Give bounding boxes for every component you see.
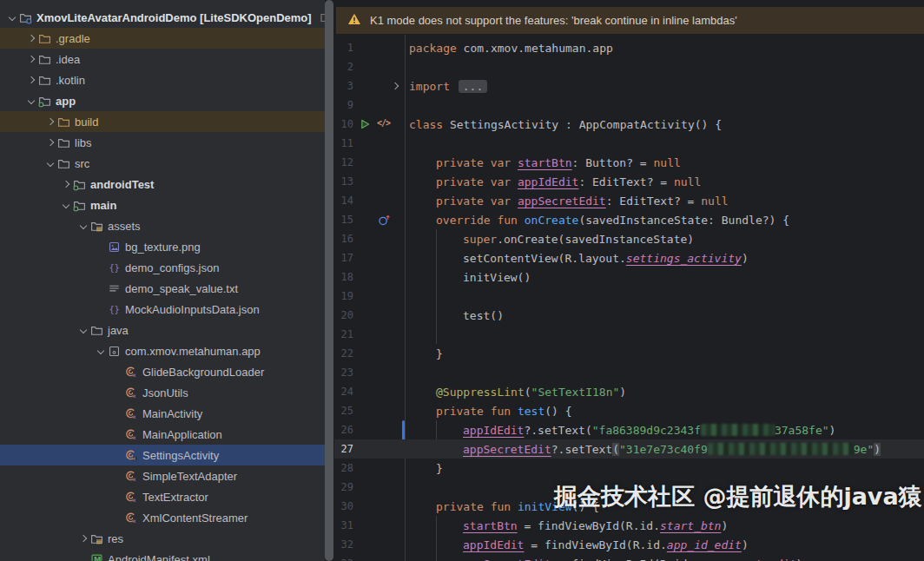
chevron-down-icon[interactable] (76, 323, 90, 337)
line-number[interactable]: 20 (334, 309, 353, 321)
line-number[interactable]: 12 (334, 156, 353, 168)
tree-item-mainapplication[interactable]: MainApplication (0, 424, 325, 445)
line-number[interactable]: 10 (334, 118, 353, 130)
tree-item--gradle[interactable]: .gradle (0, 28, 325, 49)
chevron-down-icon[interactable] (59, 198, 73, 212)
chevron-down-icon[interactable] (43, 156, 57, 170)
gutter[interactable] (353, 210, 405, 229)
tree-item-mockaudioinputsdata-json[interactable]: {}MockAudioInputsData.json (0, 299, 325, 320)
code-line-22[interactable]: 22} (334, 344, 924, 363)
code-line-15[interactable]: 15override fun onCreate(savedInstanceSta… (334, 210, 924, 229)
gutter[interactable] (353, 153, 405, 172)
chevron-down-icon[interactable] (24, 94, 38, 108)
line-number[interactable]: 2 (334, 61, 353, 73)
tree-item-bg-texture-png[interactable]: bg_texture.png (0, 236, 325, 257)
code-line-25[interactable]: 25private fun test() { (334, 401, 924, 420)
override-method-icon[interactable] (378, 214, 391, 229)
line-number[interactable]: 21 (334, 328, 353, 340)
line-number[interactable]: 1 (334, 42, 353, 54)
code-line-14[interactable]: 14private var appSecretEdit: EditText? =… (334, 191, 924, 210)
line-number[interactable]: 3 (334, 80, 353, 92)
line-number[interactable]: 29 (334, 481, 353, 493)
chevron-down-icon[interactable] (76, 219, 90, 233)
tree-item-src[interactable]: src (0, 153, 325, 174)
tree-item-java[interactable]: java (0, 320, 325, 340)
project-scrollbar[interactable] (325, 0, 333, 561)
run-class-button[interactable] (360, 119, 370, 132)
fold-chevron-icon[interactable] (392, 82, 399, 89)
code-line-2[interactable]: 2 (334, 57, 924, 76)
gutter[interactable] (353, 363, 405, 382)
code-line-18[interactable]: 18initView() (334, 267, 924, 287)
gutter[interactable] (353, 172, 405, 191)
code-line-17[interactable]: 17setContentView(R.layout.settings_activ… (334, 248, 924, 267)
html-tag-icon[interactable]: </> (377, 118, 390, 128)
tree-item-simpletextadapter[interactable]: SimpleTextAdapter (0, 465, 325, 486)
tree-item-mainactivity[interactable]: MainActivity (0, 403, 325, 424)
gutter[interactable] (353, 76, 405, 96)
gutter[interactable] (353, 96, 405, 115)
code-line-24[interactable]: 24@SuppressLint("SetTextI18n") (334, 382, 924, 401)
line-number[interactable]: 16 (334, 233, 353, 245)
line-number[interactable]: 28 (334, 462, 353, 474)
chevron-right-icon[interactable] (24, 73, 38, 87)
gutter[interactable] (353, 134, 405, 153)
gutter[interactable] (353, 191, 405, 210)
tree-item-textextractor[interactable]: TextExtractor (0, 486, 325, 507)
gutter[interactable] (353, 420, 405, 439)
tree-item-androidtest[interactable]: >androidTest (0, 174, 325, 195)
gutter[interactable] (353, 439, 405, 459)
gutter[interactable] (353, 344, 405, 363)
line-number[interactable]: 22 (334, 347, 353, 360)
gutter[interactable] (353, 57, 405, 76)
line-number[interactable]: 32 (334, 538, 353, 551)
line-number[interactable]: 19 (334, 290, 353, 302)
code-line-16[interactable]: 16super.onCreate(savedInstanceState) (334, 229, 924, 248)
gutter[interactable] (353, 478, 405, 497)
tree-item--kotlin[interactable]: .kotlin (0, 69, 325, 90)
line-number[interactable]: 25 (334, 405, 353, 417)
tree-item-demo-speak-value-txt[interactable]: demo_speak_value.txt (0, 278, 325, 299)
tree-item-main[interactable]: >main (0, 195, 325, 215)
tree-item-project-root[interactable]: XmovLiteAvatarAndroidDemo [LiteSDKOpenDe… (0, 7, 325, 28)
line-number[interactable]: 15 (334, 214, 353, 226)
gutter[interactable] (353, 497, 405, 516)
chevron-down-icon[interactable] (94, 344, 108, 358)
gutter[interactable] (353, 287, 405, 306)
gutter[interactable] (353, 325, 405, 344)
code-line-9[interactable]: 9 (334, 96, 924, 115)
tree-item-build[interactable]: build (0, 111, 325, 132)
code-line-26[interactable]: 26appIdEdit?.setText("fa86389d9c2343f37a… (334, 420, 924, 439)
code-line-10[interactable]: 10</>class SettingsActivity : AppCompatA… (334, 115, 924, 134)
line-number[interactable]: 14 (334, 195, 353, 207)
line-number[interactable]: 30 (334, 500, 353, 512)
chevron-right-icon[interactable] (43, 115, 57, 129)
tree-item-demo-configs-json[interactable]: {}demo_configs.json (0, 257, 325, 278)
line-number[interactable]: 24 (334, 386, 353, 398)
code-line-32[interactable]: 32appIdEdit = findViewById(R.id.app_id_e… (334, 535, 924, 554)
tree-item-com-xmov-metahuman-app[interactable]: com.xmov.metahuman.app (0, 340, 325, 361)
line-number[interactable]: 26 (334, 424, 353, 436)
tree-item-app[interactable]: >app (0, 90, 325, 111)
tree-item-settingsactivity[interactable]: SettingsActivity (0, 445, 325, 465)
tree-item-jsonutils[interactable]: JsonUtils (0, 382, 325, 403)
tree-item-androidmanifest-xml[interactable]: MAndroidManifest.xml (0, 549, 325, 561)
chevron-right-icon[interactable] (43, 135, 57, 149)
chevron-right-icon[interactable] (59, 177, 73, 191)
code-line-11[interactable]: 11 (334, 134, 924, 153)
line-number[interactable]: 9 (334, 99, 353, 111)
chevron-right-icon[interactable] (76, 531, 90, 545)
line-number[interactable]: 18 (334, 271, 353, 283)
code-line-12[interactable]: 12private var startBtn: Button? = null (334, 153, 924, 172)
gutter[interactable] (353, 401, 405, 420)
line-number[interactable]: 23 (334, 366, 353, 379)
code-line-23[interactable]: 23 (334, 363, 924, 382)
code-line-19[interactable]: 19 (334, 287, 924, 306)
tree-item-xmlcontentstreamer[interactable]: XmlContentStreamer (0, 507, 325, 528)
gutter[interactable] (353, 267, 405, 287)
tree-item-libs[interactable]: libs (0, 132, 325, 153)
line-number[interactable]: 17 (334, 252, 353, 264)
code-line-27[interactable]: 27appSecretEdit?.setText("31e7e73c40f99e… (334, 439, 924, 459)
gutter[interactable] (353, 554, 405, 561)
gutter[interactable] (353, 516, 405, 535)
